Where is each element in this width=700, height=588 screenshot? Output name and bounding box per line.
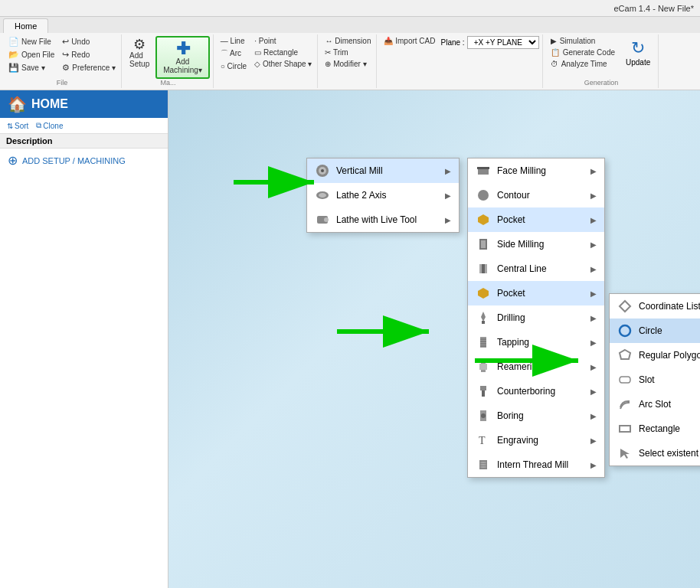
boring-label: Boring bbox=[497, 410, 524, 421]
analyze-time-button[interactable]: ⏱ Analyze Time bbox=[548, 59, 618, 69]
simulation-button[interactable]: ▶ Simulation bbox=[548, 36, 618, 46]
draw-buttons: — Line ⌒ Arc ○ Circle · Point ▭ Rectangl… bbox=[218, 36, 315, 87]
rectangle-icon bbox=[617, 421, 633, 436]
menu-item-reamering[interactable]: Reamering ▶ bbox=[468, 354, 604, 379]
face-milling-arrow: ▶ bbox=[590, 167, 597, 175]
title-bar: eCam 1.4 - New File* bbox=[0, 0, 700, 17]
home-header: 🏠 HOME bbox=[0, 90, 168, 118]
contour-label: Contour bbox=[497, 190, 530, 201]
reamering-icon bbox=[476, 359, 491, 374]
tapping-label: Tapping bbox=[497, 337, 529, 348]
tab-home[interactable]: Home bbox=[3, 18, 48, 33]
other-shape-button[interactable]: ◇ Other Shape ▾ bbox=[252, 59, 314, 69]
reamering-arrow: ▶ bbox=[590, 363, 597, 371]
menu-item-lathe-live[interactable]: Lathe with Live Tool ▶ bbox=[307, 207, 459, 232]
menu-item-arc-slot[interactable]: Arc Slot bbox=[610, 392, 700, 416]
add-setup-icon: ⚙ bbox=[133, 38, 146, 51]
dimension-button[interactable]: ↔ Dimension bbox=[322, 36, 373, 46]
menu-item-pocket[interactable]: Pocket ▶ bbox=[468, 207, 604, 232]
central-line-icon bbox=[476, 261, 491, 276]
add-setup-button[interactable]: ⚙ AddSetup bbox=[126, 36, 152, 70]
generate-code-button[interactable]: 📋 Generate Code bbox=[548, 47, 618, 57]
menu-item-vertical-mill[interactable]: Vertical Mill ▶ bbox=[307, 158, 459, 183]
tapping-arrow: ▶ bbox=[590, 338, 597, 347]
line-button[interactable]: — Line bbox=[218, 36, 249, 46]
canvas-area: Vertical Mill ▶ Lathe 2 Axis ▶ bbox=[168, 90, 700, 588]
regular-polygon-icon bbox=[617, 348, 633, 363]
menu-item-side-milling[interactable]: Side Milling ▶ bbox=[468, 232, 604, 256]
menu-item-face-milling[interactable]: Face Milling ▶ bbox=[468, 158, 604, 183]
save-button[interactable]: 💾 Save ▾ bbox=[6, 62, 57, 74]
menu-item-tapping[interactable]: Tapping ▶ bbox=[468, 330, 604, 354]
menu-item-coordinate-list[interactable]: Coordinate List bbox=[610, 294, 700, 318]
plane-dropdown[interactable]: +X +Y PLANE bbox=[467, 36, 539, 49]
clone-button[interactable]: ⧉ Clone bbox=[34, 120, 65, 131]
modifier-button[interactable]: ⊕ Modifier ▾ bbox=[322, 59, 373, 69]
menu-item-regular-polygon[interactable]: Regular Polygon bbox=[610, 343, 700, 368]
vertical-mill-arrow: ▶ bbox=[445, 167, 451, 175]
menu-item-slot[interactable]: Slot bbox=[610, 368, 700, 392]
ribbon-group-file: 📄 New File 📂 Open File 💾 Save ▾ ↩ bbox=[3, 34, 122, 88]
menu-item-contour[interactable]: Contour ▶ bbox=[468, 183, 604, 207]
svg-marker-18 bbox=[481, 312, 486, 322]
point-button[interactable]: · Point bbox=[252, 36, 314, 46]
svg-rect-16 bbox=[482, 264, 485, 273]
select-geometry-label: Select existent geometry bbox=[639, 448, 700, 459]
menu-item-boring[interactable]: Boring ▶ bbox=[468, 403, 604, 428]
preference-button[interactable]: ⚙ Preference ▾ bbox=[60, 62, 118, 74]
counterboring-arrow: ▶ bbox=[590, 387, 597, 396]
circle-label: Circle bbox=[639, 325, 662, 336]
menu-item-central-line[interactable]: Central Line ▶ bbox=[468, 256, 604, 281]
sort-button[interactable]: ⇅ Sort bbox=[5, 121, 31, 131]
simulation-icon: ▶ bbox=[551, 37, 557, 45]
menu-item-intern-thread[interactable]: Intern Thread Mill ▶ bbox=[468, 452, 604, 477]
redo-icon: ↪ bbox=[62, 50, 69, 60]
menu-item-engraving[interactable]: T Engraving ▶ bbox=[468, 428, 604, 452]
boring-arrow: ▶ bbox=[590, 412, 597, 420]
menu-item-rectangle[interactable]: Rectangle bbox=[610, 416, 700, 441]
svg-point-36 bbox=[620, 325, 630, 336]
menu-item-drilling[interactable]: Drilling ▶ bbox=[468, 305, 604, 330]
ribbon-content: 📄 New File 📂 Open File 💾 Save ▾ ↩ bbox=[0, 33, 700, 90]
add-setup-row[interactable]: ⊕ ADD SETUP / MACHINING bbox=[0, 149, 168, 172]
draw-col1: — Line ⌒ Arc ○ Circle bbox=[218, 36, 249, 71]
menu-item-select-geometry[interactable]: Select existent geometry bbox=[610, 441, 700, 466]
menu-item-pocket2[interactable]: Pocket ▶ bbox=[468, 281, 604, 305]
menu-item-circle[interactable]: Circle bbox=[610, 318, 700, 343]
undo-icon: ↩ bbox=[62, 37, 69, 47]
sort-icon: ⇅ bbox=[7, 122, 13, 130]
rectangle-button[interactable]: ▭ Rectangle bbox=[252, 47, 314, 57]
update-button[interactable]: ↻ Update bbox=[621, 36, 655, 69]
main-area: 🏠 HOME ⇅ Sort ⧉ Clone Description ⊕ ADD … bbox=[0, 90, 700, 588]
import-cad-button[interactable]: 📥 Import CAD bbox=[381, 36, 437, 46]
open-file-button[interactable]: 📂 Open File bbox=[6, 49, 57, 60]
add-machining-button[interactable]: ✚ AddMachining▾ bbox=[155, 36, 210, 79]
contour-arrow: ▶ bbox=[590, 191, 597, 200]
svg-marker-17 bbox=[478, 288, 489, 299]
save-icon: 💾 bbox=[8, 63, 19, 73]
arc-button[interactable]: ⌒ Arc bbox=[218, 47, 249, 60]
pocket-icon bbox=[476, 212, 491, 227]
trim-button[interactable]: ✂ Trim bbox=[322, 47, 373, 57]
lathe-2axis-label: Lathe 2 Axis bbox=[336, 190, 386, 201]
new-file-button[interactable]: 📄 New File bbox=[6, 36, 57, 47]
svg-text:T: T bbox=[479, 435, 486, 446]
redo-button[interactable]: ↪ Redo bbox=[60, 49, 118, 60]
machining-buttons: ⚙ AddSetup ✚ AddMachining▾ bbox=[126, 36, 210, 79]
lathe-live-icon bbox=[315, 212, 330, 227]
lathe-2axis-arrow: ▶ bbox=[445, 191, 451, 200]
svg-rect-28 bbox=[482, 390, 485, 397]
add-setup-label: ADD SETUP / MACHINING bbox=[22, 156, 126, 165]
undo-button[interactable]: ↩ Undo bbox=[60, 36, 118, 47]
face-milling-icon bbox=[476, 163, 491, 178]
drilling-icon bbox=[476, 310, 491, 325]
open-file-icon: 📂 bbox=[8, 50, 19, 60]
vertical-mill-label: Vertical Mill bbox=[336, 165, 383, 176]
circle-button[interactable]: ○ Circle bbox=[218, 61, 249, 71]
menu-item-counterboring[interactable]: Counterboring ▶ bbox=[468, 379, 604, 403]
svg-point-11 bbox=[478, 190, 489, 201]
circle-icon bbox=[617, 323, 633, 338]
side-milling-icon bbox=[476, 237, 491, 252]
vertical-mill-menu: Face Milling ▶ Contour ▶ bbox=[467, 158, 605, 478]
menu-item-lathe-2axis[interactable]: Lathe 2 Axis ▶ bbox=[307, 183, 459, 207]
